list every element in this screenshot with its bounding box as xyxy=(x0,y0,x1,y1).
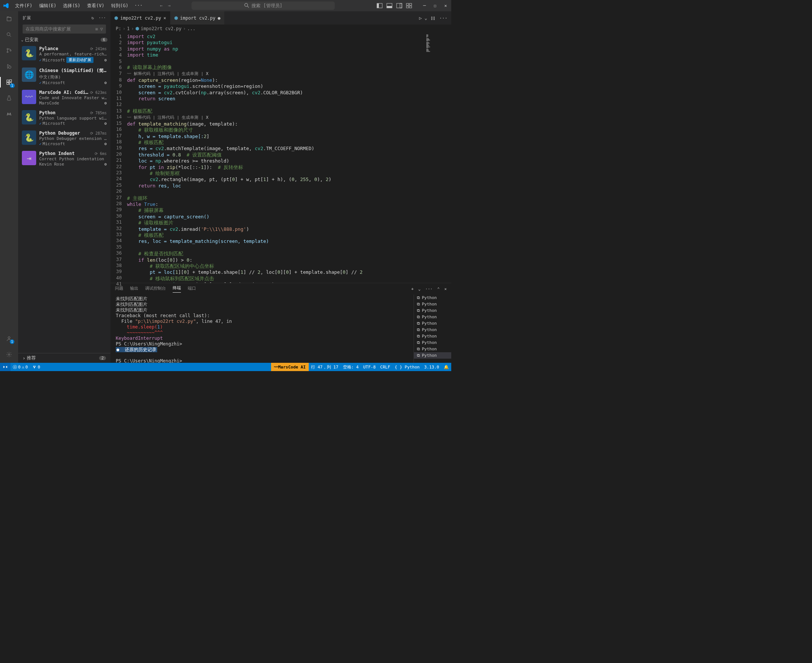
extension-name: Python Debugger xyxy=(39,131,80,136)
minimize-button[interactable]: ─ xyxy=(422,3,427,8)
gear-icon[interactable]: ⚙ xyxy=(104,58,107,63)
crumb[interactable]: P: xyxy=(116,26,121,31)
status-indentation[interactable]: 空格: 4 xyxy=(341,364,361,370)
panel-tab-debug[interactable]: 调试控制台 xyxy=(145,286,166,293)
layout-toggle-bottom-icon[interactable] xyxy=(386,3,392,9)
tab-impo22rt[interactable]: ⬢ impo22rt cv2.py × xyxy=(110,11,170,24)
filter-lines-icon[interactable]: ≡ xyxy=(95,26,98,32)
terminal-dropdown-icon[interactable]: ⌄ xyxy=(418,286,421,291)
svg-point-15 xyxy=(7,51,8,52)
extensions-tab[interactable]: 1 xyxy=(5,78,14,87)
extension-item[interactable]: 🐍 Python⟳ 785ms Python language support … xyxy=(18,108,110,128)
nav-forward[interactable]: → xyxy=(168,3,170,8)
svg-point-23 xyxy=(8,354,10,355)
status-cursor[interactable]: 行 47，列 17 xyxy=(309,364,341,370)
crumb[interactable]: impo22rt cv2.py xyxy=(140,26,181,31)
extension-item[interactable]: 〰 MarsCode AI: Coding Ass...⟳ 623ms Code… xyxy=(18,87,110,108)
extension-item[interactable]: 🐍 Python Debugger⟳ 287ms Python Debugger… xyxy=(18,128,110,149)
extension-item[interactable]: ⇥ Python Indent⟳ 6ms Correct Python inde… xyxy=(18,149,110,169)
new-terminal-icon[interactable]: + xyxy=(411,286,414,291)
status-marscode[interactable]: 〰 MarsCode AI xyxy=(271,363,309,371)
search-tab[interactable] xyxy=(5,30,14,39)
accounts-tab[interactable]: 1 xyxy=(5,334,14,343)
run-debug-tab[interactable] xyxy=(5,62,14,71)
extension-action-button[interactable]: 重新启动扩展 xyxy=(66,57,94,63)
menu-file[interactable]: 文件(F) xyxy=(12,1,36,11)
breadcrumb[interactable]: P:› 1› ⬢ impo22rt cv2.py› ... xyxy=(110,24,451,33)
command-center[interactable]: 搜索 [管理员] xyxy=(192,2,335,10)
extension-item[interactable]: 🌐 Chinese (Simplified) (简体中文) L... 中文(简体… xyxy=(18,65,110,87)
menu-select[interactable]: 选择(S) xyxy=(60,1,83,11)
status-encoding[interactable]: UTF-8 xyxy=(361,365,378,370)
menu-more[interactable]: ··· xyxy=(132,1,145,11)
run-button[interactable]: ▷ ⌄ xyxy=(419,15,428,21)
terminal-list-item[interactable]: ⧉Python xyxy=(414,340,451,346)
crumb[interactable]: ... xyxy=(187,26,195,31)
source-control-tab[interactable] xyxy=(5,46,14,55)
panel-tab-ports[interactable]: 端口 xyxy=(188,286,196,293)
recommend-section-header[interactable]: › 推荐 2 xyxy=(18,353,110,363)
status-python-version[interactable]: 3.13.0 xyxy=(422,365,441,370)
split-editor-icon[interactable]: ⫿⫿ xyxy=(431,15,436,21)
panel-tab-output[interactable]: 输出 xyxy=(130,286,138,293)
panel-close-icon[interactable]: × xyxy=(444,286,447,291)
tab-dirty-icon[interactable]: ● xyxy=(218,15,221,21)
extension-loadtime: ⟳ 785ms xyxy=(90,111,107,115)
extension-publisher: Kevin Rose xyxy=(39,162,64,167)
extensions-sidebar: 扩展 ↻ ··· 在应用商店中搜索扩展 ≡ ▽ ⌄ 已安装 6 🐍 Pylanc… xyxy=(18,11,110,363)
panel-more-icon[interactable]: ··· xyxy=(425,286,433,291)
terminal-list-item[interactable]: ⧉Python xyxy=(414,352,451,359)
status-notifications-icon[interactable]: 🔔 xyxy=(441,365,451,370)
terminal-list-item[interactable]: ⧉Python xyxy=(414,346,451,352)
terminal-list-item[interactable]: ⧉Python xyxy=(414,320,451,327)
terminal-output[interactable]: 未找到匹配图片 未找到匹配图片 未找到匹配图片 Traceback (most … xyxy=(110,294,413,363)
status-errors[interactable]: ⓧ 0 ⚠ 0 xyxy=(11,364,30,370)
gear-icon[interactable]: ⚙ xyxy=(104,101,107,105)
terminal-list-item[interactable]: ⧉Python xyxy=(414,307,451,314)
gear-icon[interactable]: ⚙ xyxy=(104,162,107,167)
refresh-icon[interactable]: ↻ xyxy=(92,15,94,20)
status-eol[interactable]: CRLF xyxy=(378,365,393,370)
layout-toggle-right-icon[interactable] xyxy=(396,3,402,9)
terminal-list-item[interactable]: ⧉Python xyxy=(414,301,451,307)
code-content[interactable]: import cv2import pyautoguiimport numpy a… xyxy=(127,33,425,283)
filter-funnel-icon[interactable]: ▽ xyxy=(100,26,103,32)
installed-section-header[interactable]: ⌄ 已安装 6 xyxy=(18,36,110,44)
customize-layout-icon[interactable] xyxy=(406,3,412,9)
crumb[interactable]: 1 xyxy=(127,26,130,31)
panel-tab-terminal[interactable]: 终端 xyxy=(173,285,181,293)
menu-view[interactable]: 查看(V) xyxy=(84,1,107,11)
panel-maximize-icon[interactable]: ⌃ xyxy=(437,286,440,291)
menu-edit[interactable]: 编辑(E) xyxy=(36,1,60,11)
terminal-list-item[interactable]: ⧉Python xyxy=(414,294,451,301)
marscode-tab[interactable] xyxy=(5,109,14,118)
minimap[interactable]: ████████████████████████████████████████… xyxy=(425,33,451,283)
terminal-list-item[interactable]: ⧉Python xyxy=(414,314,451,320)
tab-import[interactable]: ⬢ import cv2.py ● xyxy=(170,11,225,24)
close-button[interactable]: ✕ xyxy=(443,3,448,8)
gear-icon[interactable]: ⚙ xyxy=(104,121,107,126)
tab-close-icon[interactable]: × xyxy=(163,15,166,21)
text-editor[interactable]: 1234567891011121314151617181920212223242… xyxy=(110,33,451,283)
status-ports[interactable]: ⛛ 0 xyxy=(30,365,43,370)
extension-item[interactable]: 🐍 Pylance⟳ 241ms A performant, feature-r… xyxy=(18,44,110,65)
settings-tab[interactable] xyxy=(5,350,14,359)
extension-icon: 🐍 xyxy=(22,46,36,60)
layout-toggle-left-icon[interactable] xyxy=(376,3,383,9)
explorer-tab[interactable] xyxy=(5,15,14,23)
gear-icon[interactable]: ⚙ xyxy=(104,80,107,85)
remote-indicator[interactable] xyxy=(0,363,11,371)
status-language[interactable]: { } Python xyxy=(392,365,422,370)
maximize-button[interactable]: ☐ xyxy=(433,3,437,8)
nav-back[interactable]: ← xyxy=(160,3,163,8)
editor-more-icon[interactable]: ··· xyxy=(439,15,447,21)
terminal-list-item[interactable]: ⧉Python xyxy=(414,327,451,333)
menu-goto[interactable]: 转到(G) xyxy=(108,1,132,11)
terminal-type-icon: ⧉ xyxy=(417,353,420,358)
terminal-list-item[interactable]: ⧉Python xyxy=(414,333,451,340)
more-actions-icon[interactable]: ··· xyxy=(98,15,106,20)
gear-icon[interactable]: ⚙ xyxy=(104,141,107,146)
testing-tab[interactable] xyxy=(5,94,14,103)
extension-search-input[interactable]: 在应用商店中搜索扩展 ≡ ▽ xyxy=(23,24,106,34)
svg-rect-8 xyxy=(406,3,408,5)
